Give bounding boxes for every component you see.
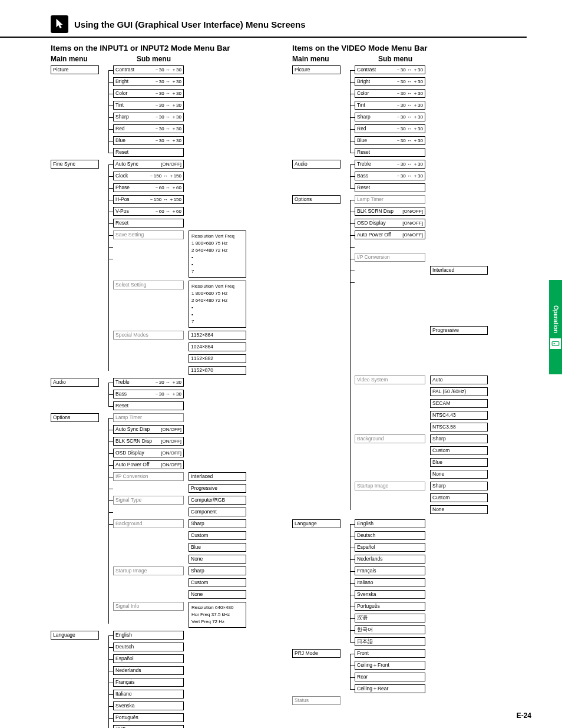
side-option: NTSC3.58 [430,423,488,431]
page-title: Using the GUI (Graphical User Interface)… [74,19,306,29]
side-option: SECAM [430,399,488,408]
svg-rect-0 [552,341,559,345]
sub-menu-item: 汉语 [355,614,425,622]
side-option: Sharp [189,566,246,575]
sub-menu-item: Treble－30 ↔ ＋30 [355,160,425,169]
sub-menu-item: Svenska [113,701,184,710]
side-option: 1152×870 [189,366,246,375]
sub-menu-item: Deutsch [113,643,184,651]
sub-menu-item: Tint－30 ↔ ＋30 [355,101,425,110]
sub-menu-item: Bright－30 ↔ ＋30 [355,77,425,86]
side-option: None [189,555,246,564]
side-option: Sharp [430,434,488,443]
sub-menu-item: Blue－30 ↔ ＋30 [113,136,184,145]
operation-icon [550,338,561,349]
sub-menu-item: Rear [355,673,425,681]
side-option: NTSC4.43 [430,411,488,420]
side-option: PAL (50 /60Hz) [430,387,488,396]
side-option: Auto [430,375,488,384]
sub-menu-item: Signal Info [113,602,184,611]
right-section-title: Items on the VIDEO Mode Menu Bar [292,44,528,52]
side-tab-label: Operation [553,305,559,333]
pointer-icon [51,15,68,33]
side-info-box: Resolution 640×480Hor Freq 37.5 kHzVert … [189,602,246,628]
sub-menu-item: Nederlands [113,666,184,675]
sub-menu-item: Signal Type [113,496,184,505]
side-option: 1152×864 [189,331,246,340]
input-mode-column: Items on the INPUT1 or INPUT2 Mode Menu … [51,44,286,728]
sub-menu-item: Bass－30 ↔ ＋30 [113,390,184,398]
side-option: Custom [430,446,488,455]
sub-menu-item: Auto Power Off[ON/OFF] [355,230,425,239]
sub-menu-item: Phase－60 ↔ ＋60 [113,183,184,192]
side-option: Blue [189,543,246,552]
page-header: Using the GUI (Graphical User Interface)… [0,0,527,38]
sub-menu-item: Color－30 ↔ ＋30 [355,89,425,98]
left-tree: PictureContrast－30 ↔ ＋30Bright－30 ↔ ＋30C… [51,65,286,728]
sub-menu-item: Select Setting [113,281,184,289]
sub-menu-item: Startup Image [113,566,184,575]
side-info-box: Resolution Vert Freq1 800×600 75 Hz2 640… [189,281,246,328]
sub-menu-item: Sharp－30 ↔ ＋30 [113,113,184,121]
sub-menu-item: Reset [113,401,184,410]
right-sub-header: Sub menu [357,55,434,63]
sub-menu-item: Lamp Timer [355,195,425,204]
side-option: Progressive [430,326,488,335]
sub-menu-item: OSD Display[ON/OFF] [113,449,184,457]
side-option: Custom [189,578,246,587]
sub-menu-item: Ceiling＋Rear [355,684,425,693]
sub-menu-item: Auto Sync Disp[ON/OFF] [113,425,184,434]
sub-menu-item: Français [113,678,184,687]
sub-menu-item: Auto Sync[ON/OFF] [113,160,184,169]
sub-menu-item: Background [113,519,184,528]
svg-point-1 [554,342,555,344]
video-mode-column: Items on the VIDEO Mode Menu Bar Main me… [292,44,528,728]
sub-menu-item: Português [355,602,425,611]
sub-menu-item: Save Setting [113,230,184,239]
side-option: Progressive [189,484,246,493]
sub-menu-item: Bright－30 ↔ ＋30 [113,77,184,86]
sub-menu-item: Red－30 ↔ ＋30 [355,124,425,133]
sub-menu-item: Bass－30 ↔ ＋30 [355,172,425,180]
sub-menu-item: English [113,631,184,640]
sub-menu-item: Tint－30 ↔ ＋30 [113,101,184,110]
sub-menu-item: Red－30 ↔ ＋30 [113,124,184,133]
side-option: Sharp [430,482,488,490]
sub-menu-item: I/P Conversion [355,253,425,262]
sub-menu-item: Contrast－30 ↔ ＋30 [113,65,184,74]
sub-menu-item: 汉语 [113,725,184,728]
main-menu-item: Options [292,195,340,204]
sub-menu-item: BLK SCRN Disp[ON/OFF] [113,437,184,446]
sub-menu-item: Auto Power Off[ON/OFF] [113,460,184,469]
sub-menu-item: Reset [113,148,184,157]
sub-menu-item: 日本語 [355,637,425,646]
sub-menu-item: V-Pos－60 ↔ ＋60 [113,207,184,216]
sub-menu-item: Lamp Timer [113,413,184,422]
sub-menu-item: Blue－30 ↔ ＋30 [355,136,425,145]
side-option: Computer/RGB [189,496,246,505]
sub-menu-item: Italiano [355,578,425,587]
sub-menu-item: Nederlands [355,555,425,564]
sub-menu-item: Español [113,654,184,663]
sub-menu-item: I/P Conversion [113,472,184,481]
sub-menu-item: Color－30 ↔ ＋30 [113,89,184,98]
sub-menu-item: Deutsch [355,531,425,540]
side-option: Sharp [189,519,246,528]
side-option: None [430,470,488,479]
sub-menu-item: Español [355,543,425,552]
side-option: None [189,590,246,599]
sub-menu-item: Ceiling＋Front [355,661,425,670]
sub-menu-item: Italiano [113,690,184,699]
main-menu-item: PRJ Mode [292,649,340,658]
left-section-title: Items on the INPUT1 or INPUT2 Mode Menu … [51,44,286,52]
side-option: 1024×864 [189,342,246,351]
sub-menu-item: BLK SCRN Disp[ON/OFF] [355,207,425,216]
sub-menu-item: 한국어 [355,625,425,634]
side-option: Component [189,508,246,516]
sub-menu-item: OSD Display[ON/OFF] [355,219,425,228]
right-main-header: Main menu [292,55,357,63]
right-tree: PictureContrast－30 ↔ ＋30Bright－30 ↔ ＋30C… [292,65,528,708]
side-option: Blue [430,458,488,467]
side-option: Interlaced [189,472,246,481]
sub-menu-item: H-Pos－150 ↔ ＋150 [113,195,184,204]
